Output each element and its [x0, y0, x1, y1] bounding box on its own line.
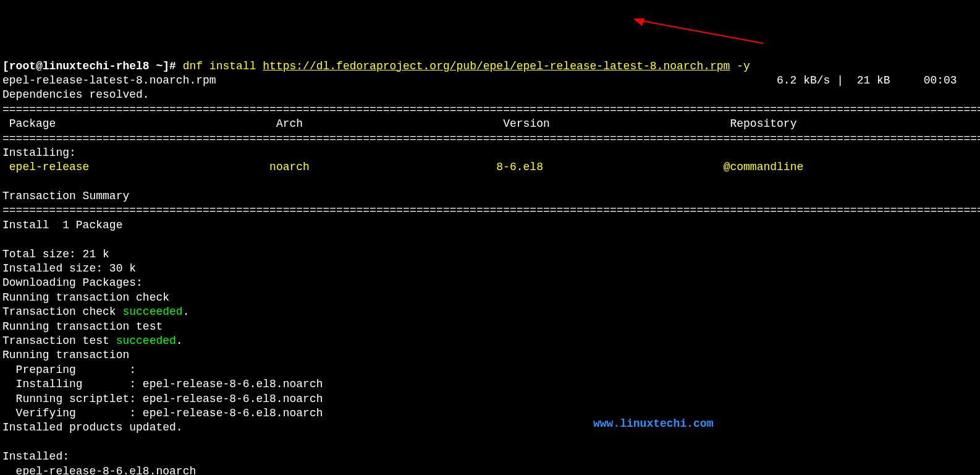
installing-section-label: Installing: [2, 147, 76, 159]
divider-line: ========================================… [2, 204, 980, 216]
downloading-packages: Downloading Packages: [2, 276, 143, 289]
svg-line-0 [640, 20, 763, 43]
install-count: Install 1 Package [2, 219, 122, 231]
running-transaction-check: Running transaction check [2, 291, 169, 304]
prompt-prefix: [root@linuxtechi-rhel8 ~]# [2, 60, 183, 72]
products-updated: Installed products updated. [2, 421, 183, 434]
command-dnf-install: dnf install [183, 60, 263, 72]
cell-package: epel-release [2, 161, 89, 173]
verifying-step: Verifying : epel-release-8-6.el8.noarch … [2, 407, 980, 419]
watermark-link: www.linuxtechi.com [593, 417, 713, 431]
divider-line: ========================================… [2, 103, 980, 116]
installed-package: epel-release-8-6.el8.noarch [2, 465, 196, 476]
command-flag: -y [730, 60, 750, 72]
download-progress-line: epel-release-latest-8.noarch.rpm 6.2 kB/… [2, 74, 957, 87]
svg-marker-1 [633, 19, 644, 26]
total-size: Total size: 21 k [2, 248, 109, 260]
col-header-arch: Arch [276, 118, 303, 130]
table-header-row: Package Arch Version Repository Size [2, 118, 980, 130]
succeeded-text: succeeded [122, 306, 182, 318]
transaction-check-result: Transaction check succeeded. [2, 306, 189, 318]
annotation-arrow-icon [633, 19, 769, 46]
transaction-summary-label: Transaction Summary [2, 190, 129, 202]
package-row: epel-release noarch 8-6.el8 @commandline… [2, 161, 980, 173]
terminal-output: [root@linuxtechi-rhel8 ~]# dnf install h… [2, 59, 978, 475]
succeeded-text: succeeded [116, 335, 176, 347]
cell-repository: @commandline [724, 161, 804, 173]
cell-arch: noarch [269, 161, 310, 173]
divider-line: ========================================… [2, 132, 980, 145]
command-url: https://dl.fedoraproject.org/pub/epel/ep… [263, 60, 730, 72]
col-header-version: Version [503, 118, 550, 130]
installing-step: Installing : epel-release-8-6.el8.noarch… [2, 378, 980, 390]
prompt-line-1: [root@linuxtechi-rhel8 ~]# dnf install h… [2, 60, 750, 72]
installed-size: Installed size: 30 k [2, 262, 136, 275]
running-transaction: Running transaction [2, 349, 129, 361]
cell-version: 8-6.el8 [496, 161, 543, 173]
running-transaction-test: Running transaction test [2, 320, 163, 333]
col-header-package: Package [2, 118, 56, 130]
installed-label: Installed: [2, 450, 69, 463]
col-header-repository: Repository [730, 118, 796, 130]
preparing-step: Preparing : 1/1 [2, 364, 980, 376]
scriptlet-step: Running scriptlet: epel-release-8-6.el8.… [2, 393, 980, 405]
dependencies-resolved: Dependencies resolved. [2, 88, 150, 101]
transaction-test-result: Transaction test succeeded. [2, 335, 183, 347]
